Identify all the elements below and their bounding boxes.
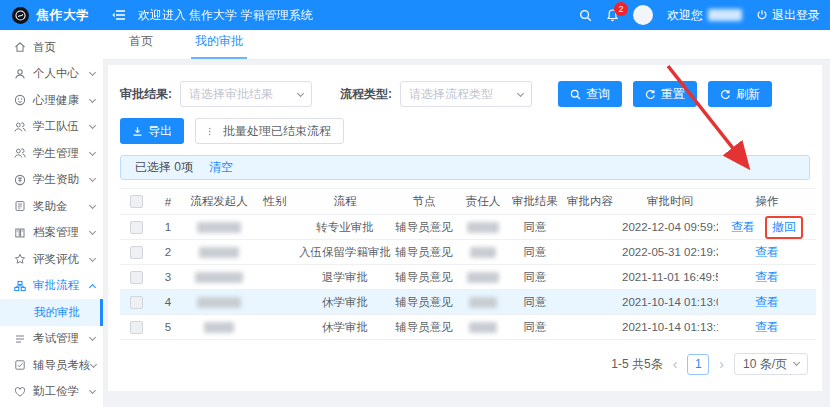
greeting-text: 欢迎您 (667, 7, 742, 24)
col-initiator: 流程发起人 (184, 189, 254, 215)
sidebar-item-label: 档案管理 (33, 225, 90, 240)
sidebar-item-label: 审批流程 (33, 278, 90, 293)
cell-responsible (454, 290, 512, 315)
pagination: 1-5 共5条 ‹ 1 › 10 条/页 (120, 353, 810, 375)
prev-page-icon[interactable]: ‹ (673, 357, 678, 371)
row-checkbox[interactable] (130, 296, 143, 309)
refresh-button[interactable]: 刷新 (708, 81, 772, 107)
header-checkbox-cell (120, 189, 152, 215)
tab-home[interactable]: 首页 (125, 33, 157, 59)
chevron-down-icon (89, 228, 96, 235)
col-responsible: 责任人 (454, 189, 512, 215)
select-placeholder: 请选择流程类型 (409, 86, 493, 103)
current-page-button[interactable]: 1 (687, 354, 709, 375)
page-size-value: 10 条/页 (743, 356, 787, 373)
cell-time: 2021-11-01 16:49:56 (622, 265, 718, 290)
sidebar-item-profile[interactable]: 个人中心 (0, 61, 103, 88)
sidebar-item-archives[interactable]: 档案管理 (0, 220, 103, 247)
row-checkbox[interactable] (130, 321, 143, 334)
export-button[interactable]: 导出 (120, 118, 184, 144)
user-avatar[interactable] (633, 5, 653, 25)
sidebar-item-label: 我的审批 (34, 305, 95, 320)
students-icon (13, 147, 26, 160)
row-checkbox[interactable] (130, 271, 143, 284)
col-flow: 流程 (296, 189, 394, 215)
home-icon (13, 41, 26, 54)
reset-button[interactable]: 重置 (633, 81, 697, 107)
search-icon[interactable] (579, 9, 592, 22)
select-all-checkbox[interactable] (130, 195, 143, 208)
cell-actions: 查看 (718, 240, 816, 265)
cell-flow: 休学审批 (296, 290, 394, 315)
search-button[interactable]: 查询 (558, 81, 622, 107)
sidebar-item-student-mgmt[interactable]: 学生管理 (0, 140, 103, 167)
cell-initiator (184, 240, 254, 265)
logout-button[interactable]: 退出登录 (756, 7, 820, 24)
greeting-label: 欢迎您 (667, 7, 703, 24)
cell-actions: 查看 (718, 315, 816, 340)
row-checkbox[interactable] (130, 246, 143, 259)
table-row: 5 休学审批 辅导员意见 同意 2021-10-14 01:13:11 查看 (120, 315, 816, 340)
sidebar-item-work-study[interactable]: 勤工俭学 (0, 379, 103, 406)
sidebar-collapse-icon[interactable] (112, 9, 126, 21)
brand-name: 焦作大学 (36, 7, 90, 24)
top-header-bar: 焦作大学 欢迎进入 焦作大学 学籍管理系统 2 欢迎您 退出登录 (0, 0, 830, 30)
pagination-total: 1-5 共5条 (611, 356, 662, 373)
grant-icon (13, 200, 26, 213)
tab-my-approvals[interactable]: 我的审批 (191, 33, 247, 59)
redacted-name (197, 222, 241, 233)
col-result: 审批结果 (512, 189, 558, 215)
sidebar-item-staff-team[interactable]: 学工队伍 (0, 114, 103, 141)
cell-index: 3 (152, 265, 184, 290)
view-link[interactable]: 查看 (755, 294, 779, 311)
notification-bell-icon[interactable]: 2 (606, 8, 619, 22)
cell-gender (254, 265, 296, 290)
view-link[interactable]: 查看 (755, 319, 779, 336)
sidebar-item-student-aid[interactable]: 学生资助 (0, 167, 103, 194)
sidebar-item-label: 学生管理 (33, 146, 90, 161)
flow-type-select[interactable]: 请选择流程类型 (400, 81, 532, 107)
sidebar-item-label: 考试管理 (33, 331, 90, 346)
sidebar-item-grants[interactable]: 奖助金 (0, 193, 103, 220)
cell-node: 辅导员意见 (394, 265, 454, 290)
view-link[interactable]: 查看 (731, 219, 755, 236)
redacted-name (197, 297, 241, 308)
smiley-icon (13, 94, 26, 107)
sidebar-item-awards[interactable]: 评奖评优 (0, 246, 103, 273)
select-placeholder: 请选择审批结果 (189, 86, 273, 103)
sidebar-item-my-approvals[interactable]: 我的审批 (0, 299, 103, 326)
approval-result-select[interactable]: 请选择审批结果 (180, 81, 312, 107)
cell-result: 同意 (512, 240, 558, 265)
view-link[interactable]: 查看 (755, 269, 779, 286)
sidebar-item-home[interactable]: 首页 (0, 34, 103, 61)
cell-actions: 查看 撤回 (718, 215, 816, 240)
cell-index: 1 (152, 215, 184, 240)
cell-flow: 入伍保留学籍审批 (296, 240, 394, 265)
content-card: 审批结果: 请选择审批结果 流程类型: 请选择流程类型 查询 (108, 65, 822, 391)
clear-selection-link[interactable]: 清空 (209, 159, 233, 176)
search-icon (570, 89, 581, 100)
sidebar-item-exams[interactable]: 考试管理 (0, 326, 103, 353)
cell-content (558, 215, 622, 240)
view-link[interactable]: 查看 (755, 244, 779, 261)
aid-icon (13, 173, 26, 186)
cell-initiator (184, 315, 254, 340)
withdraw-link[interactable]: 撤回 (772, 220, 796, 234)
chevron-down-icon (297, 89, 304, 96)
sidebar-item-counselor-assessment[interactable]: 辅导员考核 (0, 352, 103, 379)
refresh-icon (720, 89, 731, 100)
cell-responsible (454, 240, 512, 265)
sidebar-item-approval-flow[interactable]: 审批流程 (0, 273, 103, 300)
chevron-down-icon (89, 175, 96, 182)
table-row: 1 转专业审批 辅导员意见 同意 2022-12-04 09:59:29 查看 (120, 215, 816, 240)
sidebar-item-label: 学工队伍 (33, 119, 90, 134)
batch-process-button[interactable]: 批量处理已结束流程 (195, 118, 344, 144)
action-row: 导出 批量处理已结束流程 (120, 118, 810, 144)
sidebar-item-mental-health[interactable]: 心理健康 (0, 87, 103, 114)
cell-gender (254, 315, 296, 340)
reset-icon (645, 89, 656, 100)
cell-node: 辅导员意见 (394, 315, 454, 340)
next-page-icon[interactable]: › (719, 357, 724, 371)
page-size-select[interactable]: 10 条/页 (734, 353, 808, 375)
row-checkbox[interactable] (130, 221, 143, 234)
